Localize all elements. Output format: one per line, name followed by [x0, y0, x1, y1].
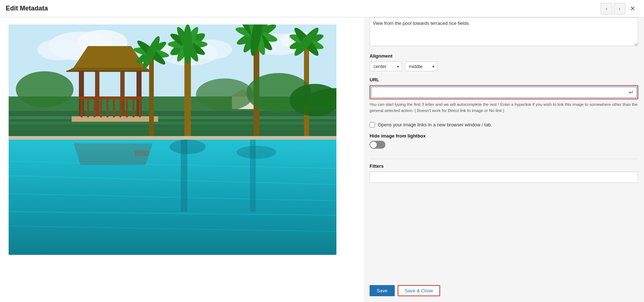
filters-section: Filters — [370, 163, 638, 183]
lightbox-section: Hide image from lightbox — [370, 133, 638, 149]
svg-point-4 — [37, 39, 81, 60]
close-button[interactable]: ✕ — [627, 3, 638, 14]
svg-point-75 — [170, 140, 206, 154]
svg-rect-19 — [95, 71, 99, 118]
h-align-select[interactable]: left center right — [370, 62, 402, 71]
url-section: URL ↵ You can start typing the first 3 l… — [370, 77, 638, 114]
photo-image — [9, 24, 336, 255]
next-button[interactable]: › — [614, 3, 625, 14]
svg-rect-55 — [149, 53, 154, 136]
svg-rect-25 — [94, 99, 95, 117]
svg-point-62 — [16, 71, 73, 107]
header-bar: Edit Metadata ‹ › ✕ — [0, 0, 644, 17]
url-hint: You can start typing the first 3 letter … — [370, 102, 638, 114]
svg-rect-29 — [120, 99, 121, 117]
divider — [370, 159, 638, 159]
svg-rect-77 — [9, 136, 336, 140]
svg-marker-79 — [73, 143, 153, 165]
new-tab-checkbox[interactable] — [370, 122, 375, 127]
svg-rect-13 — [9, 127, 336, 130]
lightbox-label: Hide image from lightbox — [370, 133, 638, 139]
prev-button[interactable]: ‹ — [601, 3, 612, 14]
alignment-label: Alignment — [370, 53, 638, 59]
url-label: URL — [370, 77, 638, 82]
image-panel — [0, 17, 364, 302]
svg-rect-10 — [9, 111, 336, 140]
page-title: Edit Metadata — [6, 5, 48, 12]
url-box: ↵ — [370, 85, 638, 99]
svg-point-76 — [237, 146, 276, 159]
svg-point-65 — [196, 78, 254, 111]
svg-rect-22 — [79, 96, 143, 99]
main-content: View from the pool towards terraced rice… — [0, 17, 644, 302]
save-button[interactable]: Save — [370, 285, 395, 296]
new-tab-label[interactable]: Opens your image links in a new browser … — [378, 122, 492, 127]
v-align-wrapper: top middle bottom — [405, 62, 437, 71]
scroll-indicator: ⤡ — [633, 42, 638, 47]
svg-rect-30 — [126, 99, 128, 117]
alignment-section: Alignment left center right top middle b… — [370, 53, 638, 71]
svg-rect-23 — [81, 99, 82, 117]
svg-rect-12 — [9, 122, 336, 125]
filters-input[interactable] — [370, 172, 638, 183]
photo-container — [9, 24, 336, 255]
url-return-icon[interactable]: ↵ — [626, 89, 636, 96]
svg-rect-31 — [133, 99, 134, 117]
v-align-select[interactable]: top middle bottom — [405, 62, 437, 71]
svg-rect-11 — [9, 116, 336, 119]
filters-label: Filters — [370, 163, 638, 169]
caption-section: View from the pool towards terraced rice… — [370, 17, 638, 48]
h-align-wrapper: left center right — [370, 62, 402, 71]
svg-rect-26 — [100, 99, 102, 117]
caption-textarea[interactable]: View from the pool towards terraced rice… — [370, 17, 638, 46]
url-input-row: ↵ — [371, 87, 637, 98]
new-tab-row: Opens your image links in a new browser … — [370, 122, 638, 127]
svg-rect-27 — [107, 99, 108, 117]
save-close-button[interactable]: Save & Close — [398, 285, 440, 296]
header-nav: ‹ › ✕ — [601, 3, 638, 14]
svg-rect-28 — [113, 99, 115, 117]
svg-rect-24 — [87, 99, 89, 117]
lightbox-toggle[interactable] — [370, 141, 385, 149]
svg-rect-32 — [139, 99, 141, 117]
form-footer: Save Save & Close — [370, 282, 638, 296]
toggle-track — [370, 141, 385, 149]
url-input[interactable] — [371, 87, 626, 98]
svg-point-42 — [183, 24, 192, 64]
form-panel: View from the pool towards terraced rice… — [364, 17, 644, 302]
svg-rect-67 — [9, 138, 336, 255]
alignment-row: left center right top middle bottom — [370, 62, 638, 71]
